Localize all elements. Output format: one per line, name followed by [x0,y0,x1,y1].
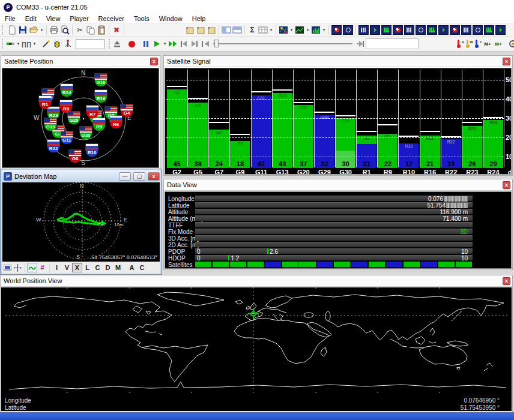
new-file-icon[interactable] [7,25,17,35]
paste-icon[interactable] [96,25,107,35]
world-position-view-icon[interactable] [484,25,494,35]
deviation-map-titlebar[interactable]: P Deviation Map — ▢ x [2,170,160,182]
history-chart-dropdown-icon[interactable]: ▾ [305,28,310,32]
message-poll-icon[interactable]: M+ [493,38,504,49]
deviation-zoom-i-button[interactable]: I [52,263,62,272]
sky-view-icon[interactable] [416,25,426,35]
satellite-R24[interactable]: R24 [61,84,73,97]
tile-horizontal-icon[interactable] [221,25,232,35]
bar-chart-view-icon[interactable] [310,25,321,35]
log-save-icon[interactable]: * [206,25,217,35]
delete-icon[interactable]: ✖ [111,25,122,35]
receiver-settings-icon[interactable] [507,38,514,49]
bar-chart-dropdown-icon[interactable]: ▾ [321,28,327,32]
clock-view-icon[interactable] [473,25,483,35]
satellite-G4[interactable]: G4 [121,104,133,117]
satellite-G6[interactable]: G6 [69,150,81,163]
open-file-dropdown-icon[interactable]: ▾ [39,28,44,32]
satellite-G11[interactable]: G11 [61,131,73,144]
menu-item-help[interactable]: Help [187,15,211,22]
menu-item-receiver[interactable]: Receiver [94,15,129,22]
log-open-icon[interactable]: * [195,25,206,35]
deviation-zoom-v-button[interactable]: V [62,263,72,272]
toolbar-grip[interactable] [2,25,5,35]
player-file-combobox[interactable] [76,39,104,49]
play-button[interactable] [151,38,162,49]
show-grid-button[interactable]: # [37,263,47,272]
text-console-icon[interactable] [370,25,380,35]
docking-windows-icon[interactable] [331,25,342,35]
satellite-R9[interactable]: R9 [93,118,105,131]
satellite-R8[interactable]: R8 [60,100,72,113]
cut-icon[interactable]: ✂ [74,25,85,35]
deviation-zoom-d-button[interactable]: D [103,263,113,272]
table-view-icon[interactable] [258,25,268,35]
satellite-R22[interactable]: R22 [47,140,59,152]
tile-vertical-icon[interactable] [232,25,243,35]
jump-to-start-button[interactable] [200,38,211,49]
satellite-R10[interactable]: R10 [86,144,98,157]
close-icon[interactable]: x [150,58,158,65]
satellite-R16[interactable]: R16 [95,90,107,103]
taskbar-strip[interactable] [0,412,514,420]
statistic-view-icon[interactable] [404,25,414,35]
menu-item-window[interactable]: Window [154,15,187,22]
satellite-R6[interactable]: R6 [110,116,122,128]
copy-icon[interactable] [85,25,96,35]
close-icon[interactable]: x [503,277,510,285]
signal-view-icon[interactable] [427,25,437,35]
warmstart-button[interactable]: W [464,39,473,49]
menu-item-view[interactable]: View [41,15,65,22]
pan-move-button[interactable] [13,263,23,272]
connect-dropdown-icon[interactable]: ▾ [16,41,21,46]
packet-console-icon[interactable] [343,25,353,35]
hotstart-button[interactable]: H [455,39,464,49]
pause-button[interactable] [141,38,151,49]
coldstart-button[interactable]: C [473,39,482,49]
deviation-zoom-m-button[interactable]: M [113,263,123,272]
satellite-G20[interactable]: G20 [68,112,80,124]
satellite-R1[interactable]: R1 [39,96,51,109]
deviation-zoom-x-button[interactable]: X [72,263,82,272]
deviation-zoom-c-button[interactable]: C [92,263,103,272]
close-icon[interactable]: x [503,58,510,65]
menu-item-player[interactable]: Player [65,15,93,22]
toolbar-grip[interactable] [109,39,110,49]
record-button[interactable] [126,38,137,49]
print-preview-icon[interactable] [59,25,70,35]
print-icon[interactable] [49,25,59,35]
menu-item-edit[interactable]: Edit [20,15,41,22]
message-add-icon[interactable]: M+ [482,38,493,49]
map-view-icon[interactable] [450,25,460,35]
deviation-mode-c1-button[interactable]: C [137,263,147,272]
play-dropdown-icon[interactable]: ▾ [162,41,168,46]
playback-position-slider[interactable] [213,39,352,49]
satellite-R23[interactable]: R23 [47,107,59,119]
menu-item-tools[interactable]: Tools [129,15,154,22]
eject-button[interactable] [112,38,122,49]
camera-view-icon[interactable] [461,25,471,35]
playback-time-field[interactable] [366,38,419,49]
close-icon[interactable]: x [148,172,160,181]
save-file-icon[interactable] [17,25,28,35]
deviation-map-view-icon[interactable] [438,25,449,35]
message-view-icon[interactable] [381,25,392,35]
fast-forward-button[interactable] [168,38,178,49]
autobaud-wand-icon[interactable] [41,38,52,49]
chart-view-dropdown-icon[interactable]: ▾ [289,28,294,32]
toolbar-grip[interactable] [2,39,3,49]
show-track-button[interactable] [27,263,37,272]
step-forward-button[interactable] [189,38,200,49]
step-back-button[interactable] [178,38,189,49]
history-chart-icon[interactable] [294,25,305,35]
satellite-R7[interactable]: R7 [86,106,98,118]
debug-messages-icon[interactable] [52,38,62,49]
maximize-icon[interactable]: ▢ [133,172,145,181]
table-view-dropdown-icon[interactable]: ▾ [268,28,274,32]
statistics-sigma-icon[interactable]: Σ [247,25,258,35]
log-new-icon[interactable]: * [184,25,195,35]
deviation-mode-a0-button[interactable]: A [127,263,137,272]
jump-to-end-button[interactable] [355,38,366,49]
satellite-G13[interactable]: G13 [44,118,56,131]
binary-console-icon[interactable] [358,25,369,35]
